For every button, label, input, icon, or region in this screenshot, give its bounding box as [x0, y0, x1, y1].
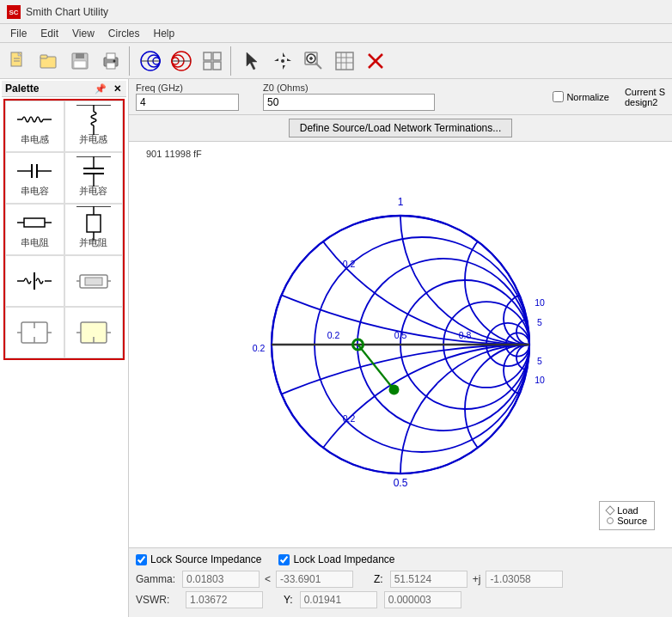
gamma-label: Gamma:: [136, 573, 179, 585]
save-button[interactable]: [65, 46, 95, 76]
svg-text:0.5: 0.5: [394, 330, 407, 340]
gamma-row: Gamma: < Z: +j: [136, 571, 665, 588]
titlebar: SC Smith Chart Utility: [0, 0, 672, 24]
svg-line-122: [358, 345, 394, 390]
admittance-chart-button[interactable]: [167, 46, 196, 76]
palette-close-button[interactable]: ✕: [112, 83, 123, 95]
toolbar-sep-1: [129, 46, 132, 76]
normalize-checkbox[interactable]: [553, 91, 564, 102]
smith-chart-button[interactable]: [136, 46, 165, 76]
legend-source: Source: [607, 516, 647, 526]
zoom-button[interactable]: [299, 46, 328, 76]
z0-group: Z0 (Ohms): [263, 82, 546, 111]
delete-button[interactable]: [361, 46, 390, 76]
shunt-capacitor-icon: [76, 159, 111, 185]
palette-pin-button[interactable]: 📌: [93, 83, 108, 95]
series-resistor-label: 串电阻: [21, 236, 49, 249]
vswr-value[interactable]: [186, 591, 263, 608]
svg-rect-13: [107, 63, 115, 69]
palette-series-resistor[interactable]: 串电阻: [5, 204, 64, 255]
chart-area[interactable]: 901 11998 fF: [129, 142, 672, 547]
normalize-group: Normalize: [553, 91, 609, 102]
freq-input[interactable]: [136, 94, 239, 111]
freq-group: Freq (GHz): [136, 82, 239, 111]
svg-rect-7: [40, 55, 47, 58]
series-inductor-icon: [17, 107, 52, 133]
svg-text:10: 10: [535, 375, 545, 385]
chart-annotation: 901 11998 fF: [146, 149, 202, 159]
z-value[interactable]: [390, 571, 467, 588]
new-button[interactable]: [3, 46, 33, 76]
palette-series-inductor[interactable]: 串电感: [5, 101, 64, 152]
menu-circles[interactable]: Circles: [101, 26, 147, 41]
svg-rect-23: [204, 52, 211, 60]
palette-panel: Palette 📌 ✕ 串电感: [0, 79, 129, 617]
menu-edit[interactable]: Edit: [34, 26, 65, 41]
series-capacitor-label: 串电容: [21, 185, 49, 198]
svg-rect-10: [74, 61, 86, 68]
svg-text:1: 1: [398, 196, 404, 208]
palette-title: Palette: [5, 82, 39, 95]
lock-row: Lock Source Impedance Lock Load Impedanc…: [136, 553, 665, 565]
svg-text:0.2: 0.2: [253, 343, 266, 353]
input-row: Freq (GHz) Z0 (Ohms) Normalize Current S…: [129, 79, 672, 115]
palette-shunt-inductor[interactable]: 并电感: [64, 101, 124, 152]
menubar: File Edit View Circles Help: [0, 24, 672, 43]
svg-line-34: [315, 63, 321, 69]
define-button[interactable]: Define Source/Load Network Terminations.…: [289, 119, 513, 137]
lock-load-checkbox[interactable]: [278, 554, 290, 565]
open-button[interactable]: [34, 46, 64, 76]
misc2-icon: [17, 320, 52, 345]
svg-text:0.8: 0.8: [459, 330, 472, 340]
svg-text:SC: SC: [9, 9, 18, 16]
palette-misc3[interactable]: [64, 307, 124, 358]
angle-value[interactable]: [276, 571, 353, 588]
y2-value[interactable]: [384, 591, 461, 608]
lock-source-group: Lock Source Impedance: [136, 553, 261, 565]
define-row: Define Source/Load Network Terminations.…: [129, 115, 672, 142]
series-capacitor-icon: [17, 159, 52, 185]
print-button[interactable]: [96, 46, 125, 76]
lock-source-label: Lock Source Impedance: [150, 553, 261, 565]
current-s-group: Current S design2: [625, 87, 665, 107]
y-value[interactable]: [300, 591, 377, 608]
palette-shunt-resistor[interactable]: 并电阻: [64, 204, 124, 255]
gamma-value[interactable]: [182, 571, 260, 588]
svg-text:0.2: 0.2: [343, 259, 356, 269]
palette-misc1[interactable]: [64, 255, 124, 307]
svg-text:5: 5: [537, 317, 542, 327]
series-inductor-label: 串电感: [21, 133, 49, 146]
svg-rect-66: [87, 215, 101, 232]
palette-shunt-capacitor[interactable]: 并电容: [64, 152, 124, 204]
lock-source-checkbox[interactable]: [136, 554, 147, 565]
smith-chart-svg[interactable]: 1 0.2 0.5 0.8 0.2 0.5 0.2 0.2 5 5 10 10: [220, 177, 581, 512]
palette-misc2[interactable]: [5, 307, 64, 358]
svg-rect-24: [213, 52, 221, 60]
palette-transformer[interactable]: [5, 255, 64, 307]
svg-rect-63: [24, 218, 45, 227]
z0-input[interactable]: [263, 94, 435, 111]
source-marker-icon: [607, 517, 614, 524]
misc1-icon: [76, 268, 111, 294]
svg-rect-38: [336, 52, 353, 70]
grid-view-button[interactable]: [198, 46, 227, 76]
svg-marker-27: [247, 52, 257, 70]
vswr-label: VSWR:: [136, 594, 179, 606]
z0-label: Z0 (Ohms): [263, 82, 546, 93]
select-button[interactable]: [237, 46, 266, 76]
source-label: Source: [617, 516, 647, 526]
menu-help[interactable]: Help: [147, 26, 182, 41]
move-button[interactable]: [268, 46, 297, 76]
bottom-panel: Lock Source Impedance Lock Load Impedanc…: [129, 547, 672, 617]
table-button[interactable]: [330, 46, 359, 76]
zj-value[interactable]: [486, 571, 563, 588]
svg-rect-25: [204, 62, 211, 70]
freq-label: Freq (GHz): [136, 82, 239, 93]
menu-view[interactable]: View: [65, 26, 101, 41]
toolbar-sep-2: [230, 46, 234, 76]
current-s-label: Current S: [625, 87, 665, 97]
shunt-capacitor-label: 并电容: [79, 185, 107, 198]
chart-legend: Load Source: [599, 501, 655, 530]
palette-series-capacitor[interactable]: 串电容: [5, 152, 64, 204]
menu-file[interactable]: File: [3, 26, 34, 41]
